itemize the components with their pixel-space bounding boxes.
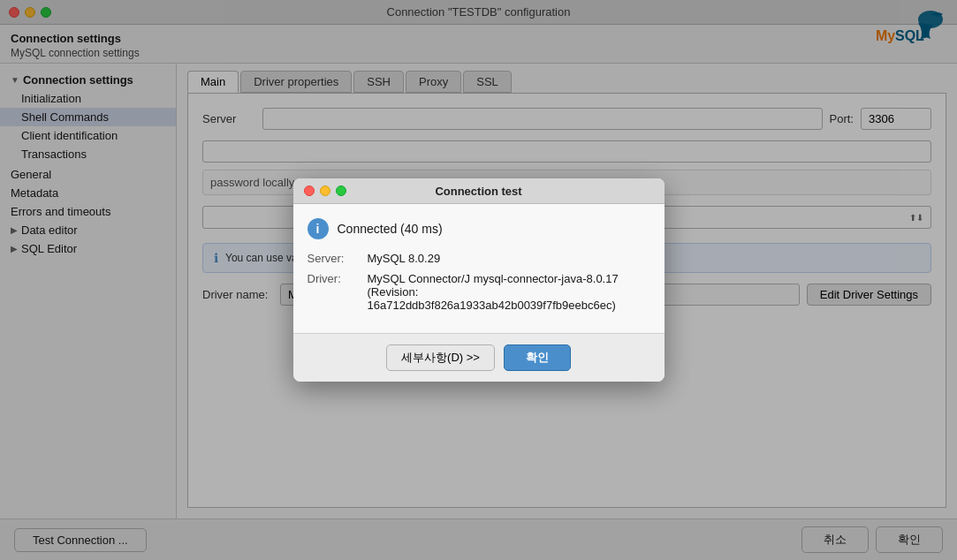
modal-confirm-button[interactable]: 확인 [504, 344, 571, 371]
modal-status-row: i Connected (40 ms) [308, 218, 650, 239]
modal-driver-value: MySQL Connector/J mysql-connector-java-8… [368, 272, 650, 312]
modal-driver-label: Driver: [308, 272, 361, 285]
modal-info-icon: i [308, 218, 329, 239]
modal-maximize-button[interactable] [336, 185, 346, 196]
modal-details-button[interactable]: 세부사항(D) >> [386, 344, 495, 371]
modal-overlay: Connection test i Connected (40 ms) Serv… [0, 0, 957, 560]
modal-titlebar: Connection test [293, 178, 665, 204]
connection-test-modal: Connection test i Connected (40 ms) Serv… [293, 178, 665, 382]
modal-minimize-button[interactable] [320, 185, 330, 196]
modal-buttons [304, 185, 346, 196]
modal-server-row: Server: MySQL 8.0.29 [308, 252, 650, 265]
modal-server-label: Server: [308, 252, 361, 265]
modal-status-text: Connected (40 ms) [338, 222, 443, 236]
modal-footer: 세부사항(D) >> 확인 [293, 333, 665, 382]
modal-body: i Connected (40 ms) Server: MySQL 8.0.29… [293, 204, 665, 333]
modal-driver-row: Driver: MySQL Connector/J mysql-connecto… [308, 272, 650, 312]
modal-title: Connection test [435, 185, 521, 198]
modal-server-value: MySQL 8.0.29 [368, 252, 441, 265]
modal-close-button[interactable] [304, 185, 315, 196]
